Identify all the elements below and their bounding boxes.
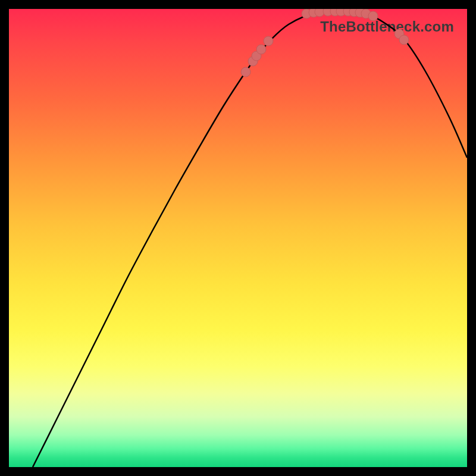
plot-area: TheBottleneck.com: [9, 9, 467, 467]
data-marker: [256, 45, 266, 54]
data-marker: [264, 36, 273, 46]
data-marker: [399, 35, 409, 45]
data-marker: [241, 67, 250, 77]
data-marker: [368, 11, 378, 21]
chart-frame: TheBottleneck.com: [0, 0, 476, 476]
data-marker: [315, 9, 324, 17]
chart-svg: [9, 9, 467, 467]
data-markers: [241, 9, 409, 77]
bottleneck-curve: [33, 11, 467, 467]
